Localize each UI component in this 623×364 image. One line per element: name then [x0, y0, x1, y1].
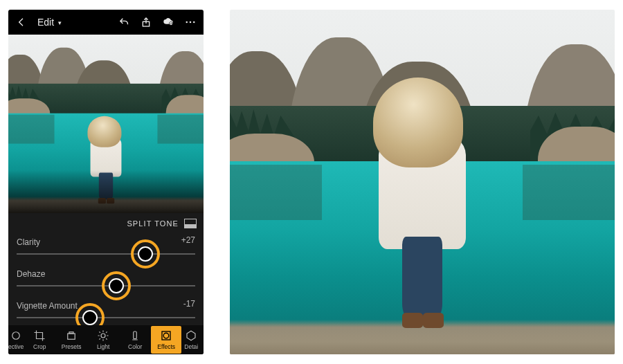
split-tone-button[interactable]: SPLIT TONE [127, 219, 197, 228]
slider-label: Clarity [17, 237, 40, 247]
tab-presets[interactable]: Presets [55, 329, 87, 350]
svg-point-6 [12, 332, 20, 340]
light-icon [96, 329, 110, 342]
undo-icon[interactable] [118, 16, 130, 28]
svg-point-9 [101, 334, 105, 338]
tab-label: Presets [62, 343, 82, 350]
tab-label: Crop [33, 343, 46, 350]
svg-point-14 [163, 333, 169, 338]
share-icon[interactable] [140, 16, 152, 28]
tab-label: ective [8, 343, 24, 350]
split-tone-icon [184, 219, 197, 228]
mode-label[interactable]: Edit ▾ [37, 17, 60, 28]
svg-point-3 [186, 21, 188, 24]
slider-value: +27 [181, 235, 195, 245]
presets-icon [64, 329, 78, 342]
tab-label: Light [97, 343, 109, 350]
tab-effects[interactable]: Effects [151, 326, 181, 354]
slider-label: Dehaze [17, 269, 45, 279]
slider-label: Vignette Amount [17, 301, 78, 311]
bottom-tab-bar: ective Crop Presets Light Color Effects … [8, 325, 204, 354]
highlight-ring-icon [131, 239, 160, 269]
svg-point-4 [190, 21, 192, 24]
color-icon [128, 329, 142, 342]
back-icon[interactable] [15, 16, 28, 28]
tab-label: Color [128, 343, 142, 350]
crop-icon [33, 329, 46, 342]
effects-panel: SPLIT TONE Clarity +27 Dehaze Vignette A… [8, 213, 204, 325]
slider-track[interactable] [17, 253, 195, 255]
image-viewport[interactable] [8, 35, 204, 213]
chevron-down-icon: ▾ [58, 19, 62, 26]
cloud-sync-icon[interactable] [162, 16, 174, 28]
highlight-ring-icon [102, 271, 131, 300]
tab-crop[interactable]: Crop [24, 329, 55, 350]
tab-detail[interactable]: Detai [181, 329, 201, 350]
tab-light[interactable]: Light [87, 329, 119, 350]
tab-label: Effects [157, 343, 175, 350]
lightroom-mobile-app: Edit ▾ [8, 10, 204, 354]
slider-track[interactable] [17, 317, 195, 318]
slider-clarity: Clarity +27 [17, 235, 195, 266]
slider-value: -17 [183, 299, 195, 309]
slider-dehaze: Dehaze [17, 267, 195, 298]
tab-color[interactable]: Color [119, 329, 151, 350]
viewport-fade [8, 170, 204, 213]
result-photo [230, 10, 615, 354]
effects-icon [159, 329, 173, 342]
detail-icon [184, 329, 198, 342]
selective-icon [9, 329, 23, 342]
svg-rect-8 [69, 332, 73, 334]
more-icon[interactable] [184, 16, 197, 28]
tab-label: Detai [184, 343, 198, 350]
top-bar: Edit ▾ [8, 10, 204, 35]
svg-point-5 [193, 21, 195, 24]
slider-track[interactable] [17, 285, 195, 286]
svg-rect-7 [68, 334, 75, 339]
svg-rect-10 [134, 331, 137, 339]
split-tone-label: SPLIT TONE [127, 219, 179, 228]
edit-label: Edit [37, 17, 54, 28]
tab-selective[interactable]: ective [8, 329, 24, 350]
